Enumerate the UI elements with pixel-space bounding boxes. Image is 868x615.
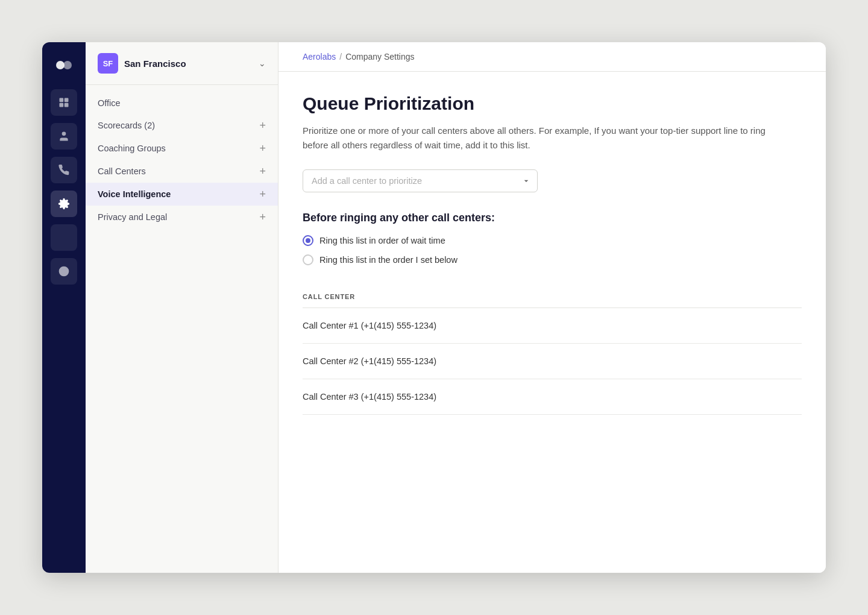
radio-circle-unchecked (303, 254, 313, 265)
sidebar-item-coaching-groups[interactable]: Coaching Groups + (86, 137, 278, 160)
breadcrumb-separator: / (339, 52, 342, 62)
rail-item-1[interactable] (51, 89, 77, 116)
sidebar-item-voice-intelligence[interactable]: Voice Intelligence + (86, 183, 278, 206)
sidebar-item-office[interactable]: Office (86, 92, 278, 114)
page-body: Queue Prioritization Prioritize one or m… (278, 72, 826, 573)
plus-icon: + (259, 166, 266, 177)
icon-rail (42, 42, 86, 573)
breadcrumb-current: Company Settings (345, 52, 414, 62)
sidebar-item-scorecards[interactable]: Scorecards (2) + (86, 114, 278, 137)
sidebar-item-call-centers[interactable]: Call Centers + (86, 160, 278, 183)
call-center-name: Call Center #1 (+1(415) 555-1234) (303, 321, 436, 330)
workspace-selector[interactable]: SF San Francisco ⌄ (86, 42, 278, 85)
plus-icon: + (259, 143, 266, 154)
app-container: SF San Francisco ⌄ Office Scorecards (2)… (42, 42, 826, 573)
radio-option-wait-time[interactable]: Ring this list in order of wait time (303, 235, 802, 246)
sidebar: SF San Francisco ⌄ Office Scorecards (2)… (86, 42, 278, 573)
rail-item-settings[interactable] (51, 191, 77, 217)
sidebar-nav: Office Scorecards (2) + Coaching Groups … (86, 85, 278, 573)
page-title: Queue Prioritization (303, 93, 802, 114)
radio-label: Ring this list in the order I set below (319, 255, 458, 265)
table-header: CALL CENTER (303, 285, 802, 308)
sidebar-item-privacy-legal[interactable]: Privacy and Legal + (86, 206, 278, 229)
sidebar-item-label: Call Centers (98, 166, 259, 176)
svg-point-0 (56, 61, 64, 69)
breadcrumb-link[interactable]: Aerolabs (303, 52, 336, 62)
column-header-label: CALL CENTER (303, 293, 355, 300)
svg-rect-4 (60, 103, 64, 107)
page-description: Prioritize one or more of your call cent… (303, 124, 773, 153)
sidebar-item-label: Office (98, 98, 266, 108)
svg-point-6 (62, 132, 66, 136)
rail-item-2[interactable] (51, 123, 77, 150)
sidebar-item-label: Scorecards (2) (98, 121, 259, 130)
svg-rect-2 (60, 98, 64, 102)
call-center-select[interactable]: Add a call center to prioritize (303, 169, 538, 192)
plus-icon: + (259, 120, 266, 131)
plus-icon: + (259, 189, 266, 200)
call-center-table: CALL CENTER Call Center #1 (+1(415) 555-… (303, 285, 802, 415)
call-center-name: Call Center #2 (+1(415) 555-1234) (303, 356, 436, 366)
workspace-avatar: SF (98, 53, 118, 74)
ringing-section-title: Before ringing any other call centers: (303, 212, 802, 224)
select-container: Add a call center to prioritize (303, 169, 802, 192)
radio-option-order[interactable]: Ring this list in the order I set below (303, 254, 802, 265)
svg-rect-3 (64, 98, 69, 102)
rail-item-3[interactable] (51, 157, 77, 183)
app-logo (53, 54, 75, 76)
radio-circle-checked (303, 235, 313, 246)
table-row: Call Center #2 (+1(415) 555-1234) (303, 344, 802, 379)
main-content: Aerolabs / Company Settings Queue Priori… (278, 42, 826, 573)
radio-group: Ring this list in order of wait time Rin… (303, 235, 802, 265)
table-row: Call Center #3 (+1(415) 555-1234) (303, 379, 802, 415)
sidebar-item-label: Privacy and Legal (98, 212, 259, 222)
sidebar-item-label: Coaching Groups (98, 144, 259, 153)
table-row: Call Center #1 (+1(415) 555-1234) (303, 308, 802, 344)
call-center-name: Call Center #3 (+1(415) 555-1234) (303, 392, 436, 402)
svg-rect-5 (64, 103, 69, 107)
rail-item-6[interactable] (51, 258, 77, 285)
svg-point-1 (63, 61, 72, 69)
sidebar-item-label: Voice Intelligence (98, 189, 259, 199)
chevron-down-icon: ⌄ (259, 58, 266, 68)
radio-label: Ring this list in order of wait time (319, 236, 445, 245)
breadcrumb: Aerolabs / Company Settings (278, 42, 826, 72)
plus-icon: + (259, 212, 266, 222)
rail-item-5[interactable] (51, 224, 77, 251)
workspace-name: San Francisco (124, 58, 259, 69)
